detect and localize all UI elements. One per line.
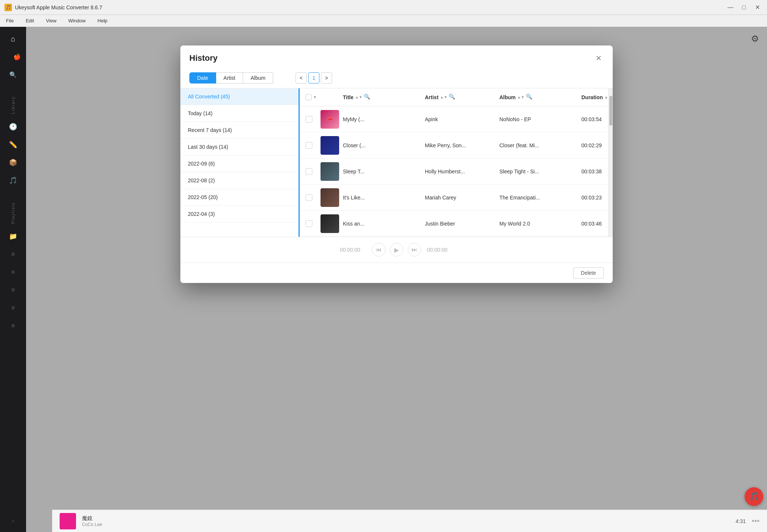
table-body: 🎀 MyMy (... Apink NoNoNo - EP 00:03:54 ▶ xyxy=(300,106,608,237)
sidebar-box[interactable]: 📦 xyxy=(5,154,21,171)
sidebar-folder[interactable]: 📁 xyxy=(5,228,21,245)
bottom-album-art xyxy=(60,513,76,529)
row3-title: Sleep T... xyxy=(343,169,425,174)
table-row: Kiss an... Justin Bieber My World 2.0 00… xyxy=(300,211,608,237)
th-duration[interactable]: Duration ▲▼ xyxy=(581,94,608,100)
player-bar: 00:00:00 ⏮ ▶ ⏭ 00:00:00 xyxy=(180,237,613,262)
modal-close-button[interactable]: ✕ xyxy=(593,53,604,63)
row2-album: Closer (feat. Mi... xyxy=(499,142,581,148)
header-checkbox-area: ▼ xyxy=(306,94,321,100)
row1-title: MyMy (... xyxy=(343,116,425,122)
row4-checkbox[interactable] xyxy=(306,194,321,201)
prev-page-button[interactable]: < xyxy=(296,72,307,84)
scrollbar-thumb[interactable] xyxy=(609,96,612,126)
player-next-button[interactable]: ⏭ xyxy=(408,243,421,256)
floating-music-button[interactable]: 🎵 xyxy=(745,487,763,506)
header-checkbox[interactable] xyxy=(306,94,312,100)
row1-artist: Apink xyxy=(425,116,499,122)
close-button[interactable]: ✕ xyxy=(752,2,763,13)
sidebar-playlist1[interactable]: ≡ xyxy=(5,246,21,262)
sidebar-home[interactable]: ⌂ xyxy=(5,31,21,47)
row3-checkbox[interactable] xyxy=(306,168,321,175)
menu-edit[interactable]: Edit xyxy=(23,16,37,25)
sidebar-note[interactable]: 🎵 xyxy=(5,172,21,189)
sidebar-playlist4[interactable]: ≡ xyxy=(5,300,21,316)
app-content: ⌂ 🍎 🔍 Library 🕐 ✏️ 📦 🎵 Playlists 📁 ≡ ≡ ≡… xyxy=(0,27,767,532)
player-prev-button[interactable]: ⏮ xyxy=(372,243,385,256)
th-artist[interactable]: Artist ▲▼ 🔍 xyxy=(425,94,499,101)
sidebar-playlist3[interactable]: ≡ xyxy=(5,282,21,298)
playlists-label: Playlists xyxy=(11,202,15,224)
row1-checkbox[interactable] xyxy=(306,116,321,123)
sidebar: ⌂ 🍎 🔍 Library 🕐 ✏️ 📦 🎵 Playlists 📁 ≡ ≡ ≡… xyxy=(0,27,26,532)
row5-thumbnail xyxy=(321,214,339,233)
list-item-2022-08[interactable]: 2022-08 (2) xyxy=(180,172,299,189)
delete-all-button[interactable]: Delete xyxy=(573,267,604,278)
duration-sort-icon: ▲▼ xyxy=(605,95,608,99)
th-title[interactable]: Title ▲▼ 🔍 xyxy=(343,94,425,101)
table-row: Sleep T... Holly Humberst... Sleep Tight… xyxy=(300,158,608,185)
minimize-button[interactable]: — xyxy=(725,2,736,13)
menu-file[interactable]: File xyxy=(3,16,17,25)
sidebar-playlist2[interactable]: ≡ xyxy=(5,264,21,280)
menu-help[interactable]: Help xyxy=(95,16,111,25)
filter-artist-button[interactable]: Artist xyxy=(216,72,243,84)
list-item-2022-09[interactable]: 2022-09 (6) xyxy=(180,155,299,172)
svg-point-0 xyxy=(6,53,13,60)
table-row: Closer (... Mike Perry, Son... Closer (f… xyxy=(300,132,608,158)
list-item-2022-05[interactable]: 2022-05 (20) xyxy=(180,189,299,206)
list-item-7days[interactable]: Recent 7 days (14) xyxy=(180,122,299,139)
bottom-track-duration: 4:31 xyxy=(736,518,746,524)
row3-duration: 00:03:38 xyxy=(581,169,608,174)
pagination: < 1 > xyxy=(296,72,332,84)
row5-title: Kiss an... xyxy=(343,221,425,227)
row1-duration: 00:03:54 xyxy=(581,116,608,122)
row4-artist: Mariah Carey xyxy=(425,195,499,201)
modal-header: History ✕ xyxy=(180,45,613,69)
list-item-2022-04[interactable]: 2022-04 (3) xyxy=(180,206,299,223)
row4-thumbnail xyxy=(321,188,339,207)
player-time-start: 00:00:00 xyxy=(340,247,366,253)
row2-duration: 00:02:29 xyxy=(581,142,608,148)
sidebar-pen[interactable]: ✏️ xyxy=(5,136,21,153)
menu-view[interactable]: View xyxy=(43,16,59,25)
scrollbar[interactable] xyxy=(608,88,613,237)
list-item-30days[interactable]: Last 30 days (14) xyxy=(180,139,299,155)
filter-album-button[interactable]: Album xyxy=(243,72,273,84)
sidebar-search[interactable]: 🔍 xyxy=(5,66,21,83)
sidebar-music[interactable]: 🍎 xyxy=(5,48,21,65)
table-row: It's Like... Mariah Carey The Emancipati… xyxy=(300,185,608,211)
sidebar-playlist5[interactable]: ≡ xyxy=(5,318,21,334)
player-time-end: 00:00:00 xyxy=(427,247,453,253)
title-search-icon[interactable]: 🔍 xyxy=(364,94,371,101)
list-panel: All Converted (45) Today (14) Recent 7 d… xyxy=(180,88,300,237)
artist-sort-icon: ▲▼ xyxy=(440,95,448,99)
row1-thumbnail: 🎀 xyxy=(321,110,339,129)
album-search-icon[interactable]: 🔍 xyxy=(526,94,533,101)
next-page-button[interactable]: > xyxy=(321,72,332,84)
modal-body: All Converted (45) Today (14) Recent 7 d… xyxy=(180,88,613,237)
app-title: Ukeysoft Apple Music Converter 8.6.7 xyxy=(15,4,102,10)
th-album[interactable]: Album ▲▼ 🔍 xyxy=(499,94,581,101)
bottom-track-info: 魔鏡 CoCo Lee xyxy=(82,515,730,527)
filter-date-button[interactable]: Date xyxy=(189,72,216,84)
maximize-button[interactable]: □ xyxy=(739,2,749,13)
row2-checkbox[interactable] xyxy=(306,142,321,149)
row5-checkbox[interactable] xyxy=(306,220,321,227)
row4-duration: 00:03:23 xyxy=(581,195,608,201)
player-controls: ⏮ ▶ ⏭ xyxy=(372,243,421,256)
artist-search-icon[interactable]: 🔍 xyxy=(449,94,456,101)
sidebar-clock[interactable]: 🕐 xyxy=(5,119,21,135)
row5-artist: Justin Bieber xyxy=(425,221,499,227)
library-label: Library xyxy=(11,96,15,114)
player-play-button[interactable]: ▶ xyxy=(390,243,403,256)
header-checkbox-dropdown[interactable]: ▼ xyxy=(313,95,317,99)
table-row: 🎀 MyMy (... Apink NoNoNo - EP 00:03:54 ▶ xyxy=(300,106,608,132)
current-page-button[interactable]: 1 xyxy=(308,72,319,84)
sidebar-open-in-music[interactable]: ○ xyxy=(5,513,21,529)
list-item-today[interactable]: Today (14) xyxy=(180,105,299,122)
row2-thumbnail xyxy=(321,136,339,155)
menu-window[interactable]: Window xyxy=(65,16,88,25)
bottom-more-button[interactable]: ••• xyxy=(752,517,760,525)
list-item-all[interactable]: All Converted (45) xyxy=(180,88,299,105)
